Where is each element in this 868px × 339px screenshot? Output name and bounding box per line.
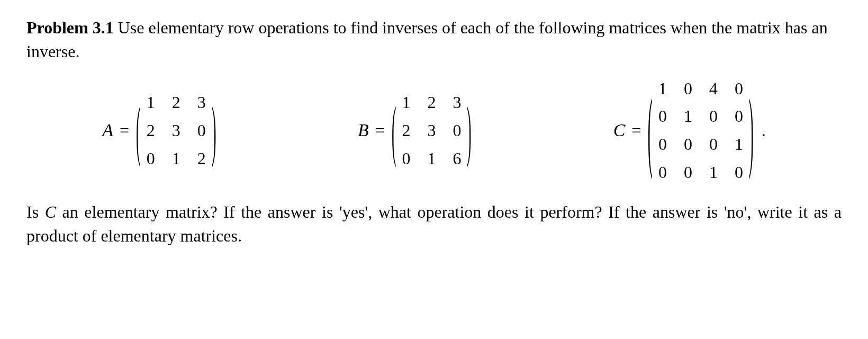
matrix-cell: 0 xyxy=(708,104,719,128)
matrix-cell: 3 xyxy=(196,91,207,114)
question-var: C xyxy=(45,202,56,221)
matrix-cell: 0 xyxy=(683,77,693,101)
problem-statement: Problem 3.1 Use elementary row operation… xyxy=(26,16,842,64)
matrix-cell: 1 xyxy=(657,77,668,101)
equals-sign: = xyxy=(631,119,641,142)
matrix-cell: 0 xyxy=(146,147,156,171)
question-text: Is C an elementary matrix? If the answer… xyxy=(26,200,842,248)
matrix-cell: 0 xyxy=(683,132,693,156)
period: . xyxy=(762,119,766,142)
matrix-cell: 1 xyxy=(426,147,437,171)
matrix-cell: 0 xyxy=(734,104,744,128)
matrix-cell: 0 xyxy=(734,77,744,101)
right-paren: ) xyxy=(467,83,472,178)
matrix-c-group: C = ( 1 0 4 0 0 1 0 0 0 0 0 1 0 0 1 0 xyxy=(613,77,766,184)
matrix-cell: 2 xyxy=(426,91,437,114)
matrix-cell: 0 xyxy=(451,119,462,142)
matrix-a-grid: 1 2 3 2 3 0 0 1 2 xyxy=(146,91,207,170)
matrix-b-group: B = ( 1 2 3 2 3 0 0 1 6 ) xyxy=(358,91,472,170)
matrix-b-name: B xyxy=(358,118,369,143)
matrix-cell: 2 xyxy=(171,91,182,114)
right-paren: ) xyxy=(749,67,754,193)
matrix-cell: 0 xyxy=(196,119,207,142)
problem-text: Use elementary row operations to find in… xyxy=(26,18,828,61)
matrix-cell: 1 xyxy=(708,160,719,184)
matrix-cell: 6 xyxy=(451,147,462,171)
matrix-cell: 1 xyxy=(734,132,744,156)
matrix-cell: 2 xyxy=(401,119,411,142)
matrix-cell: 0 xyxy=(657,132,668,156)
matrix-cell: 1 xyxy=(171,147,182,171)
matrix-cell: 0 xyxy=(657,160,668,184)
matrix-c-name: C xyxy=(613,118,626,143)
matrix-cell: 0 xyxy=(683,160,693,184)
matrix-a-name: A xyxy=(102,118,113,143)
matrix-cell: 0 xyxy=(734,160,744,184)
right-paren: ) xyxy=(212,83,216,178)
matrix-cell: 0 xyxy=(657,104,668,128)
matrix-cell: 3 xyxy=(171,119,182,142)
problem-label: Problem 3.1 xyxy=(26,18,114,37)
matrix-cell: 0 xyxy=(401,147,411,171)
matrix-b: ( 1 2 3 2 3 0 0 1 6 ) xyxy=(391,91,472,170)
equals-sign: = xyxy=(120,119,129,142)
matrix-cell: 1 xyxy=(401,91,411,114)
matrices-row: A = ( 1 2 3 2 3 0 0 1 2 ) B = ( 1 2 xyxy=(26,77,842,184)
matrix-c: ( 1 0 4 0 0 1 0 0 0 0 0 1 0 0 1 0 ) xyxy=(647,77,754,184)
matrix-cell: 4 xyxy=(708,77,719,101)
matrix-cell: 2 xyxy=(146,119,156,142)
matrix-cell: 1 xyxy=(683,104,693,128)
left-paren: ( xyxy=(392,83,396,178)
matrix-cell: 3 xyxy=(451,91,462,114)
matrix-c-grid: 1 0 4 0 0 1 0 0 0 0 0 1 0 0 1 0 xyxy=(657,77,744,184)
equals-sign: = xyxy=(375,119,385,142)
left-paren: ( xyxy=(648,67,653,193)
matrix-a: ( 1 2 3 2 3 0 0 1 2 ) xyxy=(135,91,216,170)
matrix-cell: 1 xyxy=(146,91,156,114)
question-part2: an elementary matrix? If the answer is '… xyxy=(26,202,842,245)
matrix-cell: 2 xyxy=(196,147,207,171)
question-part1: Is xyxy=(26,202,45,221)
matrix-a-group: A = ( 1 2 3 2 3 0 0 1 2 ) xyxy=(102,91,216,170)
matrix-cell: 0 xyxy=(708,132,719,156)
matrix-b-grid: 1 2 3 2 3 0 0 1 6 xyxy=(401,91,462,170)
left-paren: ( xyxy=(136,83,141,178)
matrix-cell: 3 xyxy=(426,119,437,142)
